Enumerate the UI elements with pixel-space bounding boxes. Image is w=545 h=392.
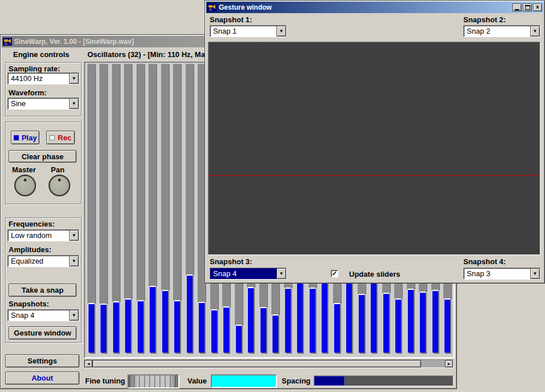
waveform-combo[interactable]: Sine ▼ xyxy=(7,98,79,110)
amplitudes-label: Amplitudes: xyxy=(9,245,51,254)
snapshot3-combo[interactable]: Snap 4 ▼ xyxy=(210,268,287,280)
snapshots-value: Snap 4 xyxy=(8,310,69,321)
oscillator-value-bar xyxy=(89,303,94,353)
oscillator-value-bar xyxy=(223,306,229,353)
engine-controls-heading: Engine controls xyxy=(13,50,69,59)
close-icon[interactable]: × xyxy=(533,3,542,11)
oscillator-track xyxy=(149,64,157,286)
minimize-icon[interactable] xyxy=(512,3,522,11)
sampling-rate-value: 44100 Hz xyxy=(8,73,69,84)
waveform-label: Waveform: xyxy=(9,88,47,97)
rec-button[interactable]: Rec xyxy=(46,131,75,144)
oscillator-value-bar xyxy=(420,292,426,353)
oscillator-slider[interactable] xyxy=(110,63,122,357)
snapshot4-value: Snap 3 xyxy=(464,268,530,279)
scroll-right-icon[interactable]: ► xyxy=(445,360,453,367)
gesture-window: Gesture window × Snapshot 1: Snap 1 ▼ Sn… xyxy=(205,0,545,284)
oscillator-track xyxy=(137,64,145,300)
snapshots-label: Snapshots: xyxy=(9,300,49,308)
gesture-canvas[interactable] xyxy=(208,42,540,255)
oscillator-value-bar xyxy=(162,290,168,353)
gesture-window-button[interactable]: Gesture window xyxy=(9,326,77,340)
crosshair-vertical-line xyxy=(261,42,262,254)
gesture-titlebar[interactable]: Gesture window × xyxy=(206,2,543,13)
main-window-title: SineWarp, Ver. 1.00 - [SineWarp.wav] xyxy=(14,38,134,46)
value-field[interactable] xyxy=(211,374,277,388)
oscillator-track xyxy=(124,64,132,298)
chevron-down-icon[interactable]: ▼ xyxy=(276,268,286,279)
settings-label: Settings xyxy=(27,357,57,365)
oscillator-value-bar xyxy=(101,304,106,353)
play-icon xyxy=(14,135,19,140)
oscillator-value-bar xyxy=(211,309,217,353)
oscillator-value-bar xyxy=(359,294,364,353)
play-button[interactable]: Play xyxy=(11,131,39,144)
snapshot3-value: Snap 4 xyxy=(210,268,276,279)
chevron-down-icon[interactable]: ▼ xyxy=(69,73,79,84)
snapshot1-value: Snap 1 xyxy=(210,26,276,37)
take-a-snap-button[interactable]: Take a snap xyxy=(9,284,77,297)
oscillator-slider[interactable] xyxy=(122,63,135,357)
oscillator-slider[interactable] xyxy=(134,63,147,357)
oscillator-value-bar xyxy=(334,303,340,353)
chevron-down-icon[interactable]: ▼ xyxy=(276,26,286,37)
oscillators-heading: Oscillators (32) - [Min: 110 Hz, Ma xyxy=(87,50,205,59)
snapshot1-combo[interactable]: Snap 1 ▼ xyxy=(210,25,287,37)
oscillator-track xyxy=(173,64,181,300)
chevron-down-icon[interactable]: ▼ xyxy=(530,268,540,279)
oscillator-value-bar xyxy=(261,307,266,353)
gesture-window-button-label: Gesture window xyxy=(14,329,71,337)
oscillator-slider[interactable] xyxy=(85,63,98,357)
oscillator-value-bar xyxy=(444,298,450,353)
update-sliders-checkbox[interactable]: ✓ xyxy=(331,270,338,277)
oscillator-value-bar xyxy=(236,325,242,353)
snapshot3-label: Snapshot 3: xyxy=(210,257,252,266)
chevron-down-icon[interactable]: ▼ xyxy=(69,256,79,266)
oscillator-slider[interactable] xyxy=(171,63,184,357)
maximize-icon[interactable] xyxy=(523,3,532,11)
snapshot2-value: Snap 2 xyxy=(464,26,530,37)
frequencies-label: Frequencies: xyxy=(9,220,55,228)
gesture-window-title: Gesture window xyxy=(219,3,272,11)
spacing-slider[interactable] xyxy=(314,375,454,386)
master-knob[interactable] xyxy=(14,175,36,196)
clear-phase-button[interactable]: Clear phase xyxy=(9,150,77,163)
snapshots-combo[interactable]: Snap 4 ▼ xyxy=(7,309,79,321)
snapshot2-combo[interactable]: Snap 2 ▼ xyxy=(463,25,540,37)
oscillator-track xyxy=(161,64,169,290)
chevron-down-icon[interactable]: ▼ xyxy=(69,310,79,321)
oscillator-value-bar xyxy=(383,293,389,353)
amplitudes-value: Equalized xyxy=(8,256,69,266)
about-button[interactable]: About xyxy=(5,371,79,385)
chevron-down-icon[interactable]: ▼ xyxy=(530,26,540,37)
snapshot2-label: Snapshot 2: xyxy=(463,15,506,24)
oscillator-value-bar xyxy=(322,282,327,353)
settings-button[interactable]: Settings xyxy=(5,354,79,367)
oscillator-slider[interactable] xyxy=(98,63,110,357)
oscillator-value-bar xyxy=(150,286,155,353)
oscillator-value-bar xyxy=(113,301,119,353)
oscillator-slider[interactable] xyxy=(147,63,159,357)
rec-icon xyxy=(50,135,55,140)
oscillator-scrollbar[interactable]: ◄ ► xyxy=(84,359,454,368)
spacing-label: Spacing xyxy=(282,377,311,385)
amplitudes-combo[interactable]: Equalized ▼ xyxy=(7,255,79,267)
pan-knob[interactable] xyxy=(49,175,70,196)
oscillator-value-bar xyxy=(285,288,291,353)
frequencies-combo[interactable]: Low random ▼ xyxy=(7,229,79,241)
scroll-left-icon[interactable]: ◄ xyxy=(85,360,93,367)
snapshot4-label: Snapshot 4: xyxy=(463,257,506,266)
oscillator-slider[interactable] xyxy=(183,63,196,357)
sampling-rate-combo[interactable]: 44100 Hz ▼ xyxy=(7,72,79,84)
frequencies-value: Low random xyxy=(8,230,69,241)
crosshair-horizontal-line xyxy=(209,175,540,176)
fine-tuning-thumbwheel[interactable] xyxy=(127,374,179,389)
oscillator-value-bar xyxy=(174,300,180,353)
chevron-down-icon[interactable]: ▼ xyxy=(69,98,79,109)
oscillator-value-bar xyxy=(187,274,193,353)
snapshot4-combo[interactable]: Snap 3 ▼ xyxy=(463,268,540,280)
chevron-down-icon[interactable]: ▼ xyxy=(69,230,79,241)
oscillator-slider[interactable] xyxy=(159,63,171,357)
scrollbar-track[interactable] xyxy=(421,360,445,367)
scrollbar-thumb[interactable] xyxy=(93,360,421,367)
